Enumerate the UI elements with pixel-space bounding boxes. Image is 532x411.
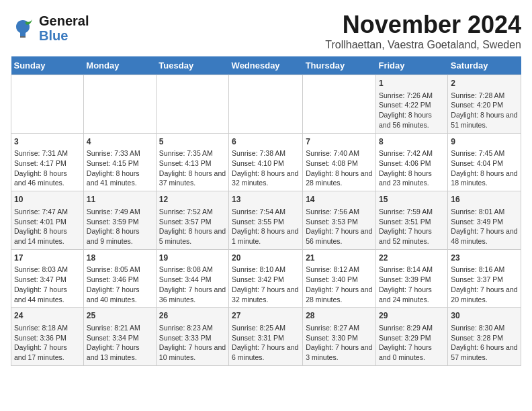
cell-text: Daylight: 8 hours and 56 minutes. — [379, 110, 445, 130]
title-block: November 2024 Trollhaettan, Vaestra Goet… — [325, 11, 521, 51]
cell-text: Daylight: 7 hours and 56 minutes. — [306, 226, 373, 246]
day-number: 12 — [159, 194, 226, 205]
cell-text: Daylight: 6 hours and 57 minutes. — [451, 342, 518, 362]
day-number: 24 — [14, 310, 81, 322]
cell-text: Daylight: 7 hours and 36 minutes. — [159, 285, 226, 304]
calendar-cell: 19Sunrise: 8:08 AMSunset: 3:44 PMDayligh… — [156, 249, 228, 308]
cell-text: Sunrise: 7:42 AM — [379, 148, 445, 158]
day-number: 13 — [232, 194, 300, 205]
cell-text: Daylight: 7 hours and 40 minutes. — [87, 285, 153, 304]
cell-text: Daylight: 7 hours and 24 minutes. — [379, 285, 445, 304]
day-number: 19 — [159, 253, 226, 264]
cell-text: Sunset: 4:01 PM — [14, 217, 81, 227]
calendar-cell: 14Sunrise: 7:56 AMSunset: 3:53 PMDayligh… — [303, 191, 376, 250]
cell-text: Daylight: 7 hours and 20 minutes. — [451, 285, 518, 304]
logo-text-general: General — [39, 13, 89, 28]
cell-text: Sunrise: 7:52 AM — [159, 207, 226, 217]
cell-text: Sunset: 3:53 PM — [306, 217, 373, 227]
header-row: SundayMondayTuesdayWednesdayThursdayFrid… — [11, 56, 521, 75]
cell-text: Daylight: 7 hours and 13 minutes. — [87, 342, 153, 362]
calendar-week-5: 24Sunrise: 8:18 AMSunset: 3:36 PMDayligh… — [11, 308, 521, 366]
cell-text: Sunset: 4:17 PM — [14, 158, 81, 169]
calendar-cell — [11, 75, 84, 134]
calendar-cell: 16Sunrise: 8:01 AMSunset: 3:49 PMDayligh… — [448, 191, 521, 250]
cell-text: Daylight: 7 hours and 52 minutes. — [379, 226, 445, 246]
cell-text: Daylight: 8 hours and 32 minutes. — [232, 169, 300, 188]
cell-text: Sunrise: 8:16 AM — [451, 265, 518, 275]
cell-text: Daylight: 8 hours and 46 minutes. — [14, 169, 81, 188]
day-number: 15 — [379, 194, 445, 205]
cell-text: Sunset: 3:44 PM — [159, 275, 226, 285]
column-header-tuesday: Tuesday — [156, 56, 228, 75]
cell-text: Sunset: 3:59 PM — [87, 217, 153, 227]
day-number: 29 — [379, 310, 445, 322]
day-number: 20 — [232, 253, 300, 264]
calendar-cell: 25Sunrise: 8:21 AMSunset: 3:34 PMDayligh… — [83, 308, 156, 366]
column-header-thursday: Thursday — [303, 56, 376, 75]
cell-text: Sunrise: 7:56 AM — [306, 207, 373, 217]
day-number: 5 — [159, 136, 226, 148]
cell-text: Sunset: 3:34 PM — [87, 333, 153, 343]
calendar-cell: 20Sunrise: 8:10 AMSunset: 3:42 PMDayligh… — [229, 249, 303, 308]
cell-text: Daylight: 7 hours and 0 minutes. — [379, 342, 445, 362]
day-number: 27 — [232, 310, 300, 322]
cell-text: Sunrise: 8:10 AM — [232, 265, 300, 275]
day-number: 23 — [451, 253, 518, 264]
calendar-cell: 11Sunrise: 7:49 AMSunset: 3:59 PMDayligh… — [83, 191, 156, 250]
cell-text: Daylight: 7 hours and 28 minutes. — [306, 285, 373, 304]
cell-text: Sunset: 3:40 PM — [306, 275, 373, 285]
cell-text: Daylight: 8 hours and 5 minutes. — [159, 226, 226, 246]
logo-text-blue: Blue — [39, 28, 89, 43]
calendar-cell: 3Sunrise: 7:31 AMSunset: 4:17 PMDaylight… — [11, 133, 84, 191]
cell-text: Daylight: 8 hours and 14 minutes. — [14, 226, 81, 246]
calendar-cell: 22Sunrise: 8:14 AMSunset: 3:39 PMDayligh… — [375, 249, 447, 308]
calendar-cell — [83, 75, 156, 134]
day-number: 4 — [87, 136, 153, 148]
cell-text: Sunset: 3:49 PM — [451, 217, 518, 227]
cell-text: Daylight: 8 hours and 28 minutes. — [306, 169, 373, 188]
cell-text: Daylight: 8 hours and 37 minutes. — [159, 169, 226, 188]
calendar-cell: 4Sunrise: 7:33 AMSunset: 4:15 PMDaylight… — [83, 133, 156, 191]
calendar-cell: 23Sunrise: 8:16 AMSunset: 3:37 PMDayligh… — [448, 249, 521, 308]
cell-text: Sunrise: 7:35 AM — [159, 148, 226, 158]
cell-text: Sunset: 4:04 PM — [451, 158, 518, 169]
calendar-cell — [229, 75, 303, 134]
day-number: 14 — [306, 194, 373, 205]
cell-text: Sunrise: 8:25 AM — [232, 323, 300, 333]
day-number: 26 — [159, 310, 226, 322]
cell-text: Sunrise: 8:12 AM — [306, 265, 373, 275]
day-number: 17 — [14, 253, 81, 264]
calendar-cell: 28Sunrise: 8:27 AMSunset: 3:30 PMDayligh… — [303, 308, 376, 366]
cell-text: Sunrise: 7:28 AM — [451, 91, 518, 101]
column-header-wednesday: Wednesday — [229, 56, 303, 75]
cell-text: Sunrise: 7:31 AM — [14, 148, 81, 158]
cell-text: Daylight: 7 hours and 6 minutes. — [232, 342, 300, 362]
page-title: November 2024 — [325, 11, 521, 39]
calendar-cell: 15Sunrise: 7:59 AMSunset: 3:51 PMDayligh… — [375, 191, 447, 250]
calendar-week-4: 17Sunrise: 8:03 AMSunset: 3:47 PMDayligh… — [11, 249, 521, 308]
cell-text: Daylight: 8 hours and 18 minutes. — [451, 169, 518, 188]
column-header-sunday: Sunday — [11, 56, 84, 75]
cell-text: Sunset: 3:37 PM — [451, 275, 518, 285]
calendar-cell: 9Sunrise: 7:45 AMSunset: 4:04 PMDaylight… — [448, 133, 521, 191]
day-number: 1 — [379, 78, 445, 89]
cell-text: Daylight: 8 hours and 41 minutes. — [87, 169, 153, 188]
cell-text: Sunrise: 7:45 AM — [451, 148, 518, 158]
column-header-saturday: Saturday — [448, 56, 521, 75]
cell-text: Sunrise: 7:33 AM — [87, 148, 153, 158]
cell-text: Daylight: 7 hours and 3 minutes. — [306, 342, 373, 362]
calendar-cell: 17Sunrise: 8:03 AMSunset: 3:47 PMDayligh… — [11, 249, 84, 308]
calendar-table: SundayMondayTuesdayWednesdayThursdayFrid… — [11, 56, 521, 366]
calendar-cell: 6Sunrise: 7:38 AMSunset: 4:10 PMDaylight… — [229, 133, 303, 191]
cell-text: Sunrise: 8:01 AM — [451, 207, 518, 217]
cell-text: Daylight: 7 hours and 32 minutes. — [232, 285, 300, 304]
cell-text: Daylight: 7 hours and 44 minutes. — [14, 285, 81, 304]
page-header: General Blue November 2024 Trollhaettan,… — [11, 11, 521, 51]
cell-text: Sunrise: 7:40 AM — [306, 148, 373, 158]
cell-text: Daylight: 7 hours and 17 minutes. — [14, 342, 81, 362]
cell-text: Daylight: 8 hours and 23 minutes. — [379, 169, 445, 188]
calendar-cell: 1Sunrise: 7:26 AMSunset: 4:22 PMDaylight… — [375, 75, 447, 134]
cell-text: Sunset: 4:08 PM — [306, 158, 373, 169]
cell-text: Sunrise: 8:29 AM — [379, 323, 445, 333]
page-subtitle: Trollhaettan, Vaestra Goetaland, Sweden — [325, 39, 521, 51]
